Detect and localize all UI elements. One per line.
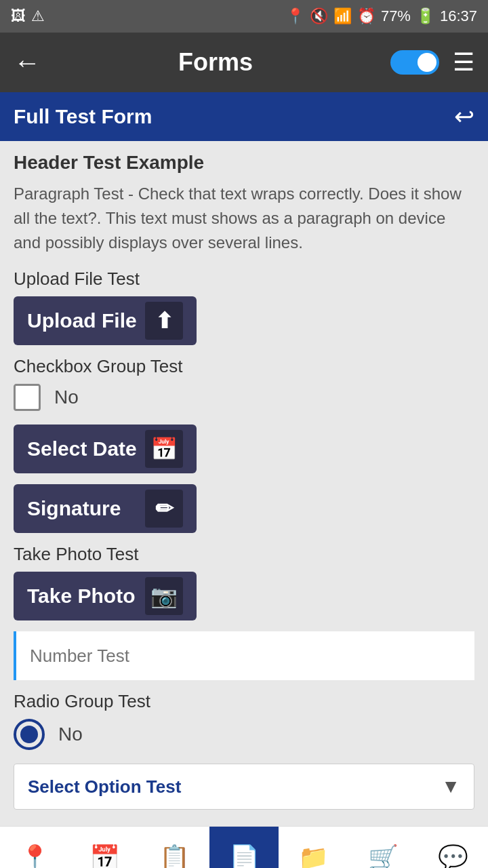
upload-file-label: Upload File Test bbox=[14, 269, 474, 290]
chevron-down-icon: ▼ bbox=[441, 776, 460, 797]
image-icon: 🖼 bbox=[11, 7, 26, 25]
alert-icon: ⚠ bbox=[31, 7, 45, 25]
status-left: 🖼 ⚠ bbox=[11, 7, 45, 25]
mute-icon: 🔇 bbox=[310, 7, 328, 25]
select-date-button-label: Select Date bbox=[27, 437, 137, 460]
nav-item-tasks[interactable]: 📋Tasks bbox=[140, 827, 209, 868]
take-photo-button-label: Take Photo bbox=[27, 585, 135, 608]
signature-button[interactable]: Signature ✏ bbox=[14, 484, 197, 533]
checkbox-group-label: Checkbox Group Test bbox=[14, 356, 474, 377]
calendar-check-icon: 📅 bbox=[145, 430, 183, 468]
header-right: ☰ bbox=[390, 48, 474, 77]
take-photo-label: Take Photo Test bbox=[14, 544, 474, 565]
form-header-text: Header Test Example bbox=[14, 152, 474, 174]
nav-item-sales[interactable]: 🛒Sales bbox=[348, 827, 418, 868]
form-title-bar: Full Test Form ↩ bbox=[0, 92, 488, 141]
nav-item-notifications[interactable]: 💬Notifications bbox=[418, 827, 488, 868]
nav-item-locations[interactable]: 📍Locations bbox=[0, 827, 70, 868]
wifi-icon: 📶 bbox=[333, 7, 352, 25]
radio-group-label: Radio Group Test bbox=[14, 691, 474, 712]
nav-icon-tasks: 📋 bbox=[159, 844, 190, 868]
battery-text: 77% bbox=[381, 7, 411, 25]
menu-button[interactable]: ☰ bbox=[453, 48, 474, 77]
undo-button[interactable]: ↩ bbox=[454, 102, 474, 131]
checkbox-no-label: No bbox=[54, 387, 79, 408]
nav-icon-content: 📁 bbox=[298, 844, 329, 868]
form-name: Full Test Form bbox=[14, 105, 152, 128]
pen-icon: ✏ bbox=[145, 490, 183, 528]
take-photo-button[interactable]: Take Photo 📷 bbox=[14, 572, 197, 620]
select-option-label: Select Option Test bbox=[28, 776, 181, 797]
bottom-nav: 📍Locations📅Calendar📋Tasks📄Forms📁Content🛒… bbox=[0, 826, 488, 868]
checkbox-no[interactable] bbox=[14, 384, 41, 411]
nav-icon-sales: 🛒 bbox=[368, 844, 399, 868]
back-button[interactable]: ← bbox=[14, 47, 41, 78]
radio-no[interactable] bbox=[14, 719, 45, 750]
nav-icon-notifications: 💬 bbox=[438, 844, 468, 868]
nav-item-calendar[interactable]: 📅Calendar bbox=[70, 827, 140, 868]
nav-icon-calendar: 📅 bbox=[89, 844, 120, 868]
app-header: ← Forms ☰ bbox=[0, 33, 488, 92]
alarm-icon: ⏰ bbox=[357, 7, 375, 25]
toggle-switch[interactable] bbox=[390, 50, 439, 75]
upload-file-button[interactable]: Upload File ⬆ bbox=[14, 296, 197, 345]
select-date-button[interactable]: Select Date 📅 bbox=[14, 425, 197, 473]
signature-button-label: Signature bbox=[27, 497, 121, 520]
nav-item-forms[interactable]: 📄Forms bbox=[209, 827, 279, 868]
upload-file-button-label: Upload File bbox=[27, 309, 137, 332]
number-input-wrap bbox=[14, 631, 474, 680]
nav-icon-forms: 📄 bbox=[229, 844, 260, 868]
radio-no-inner bbox=[20, 726, 38, 743]
nav-icon-locations: 📍 bbox=[20, 844, 50, 868]
app-title: Forms bbox=[178, 48, 253, 77]
form-content: Header Test Example Paragraph Test - Che… bbox=[0, 141, 488, 826]
clock: 16:37 bbox=[440, 7, 477, 25]
radio-no-label: No bbox=[58, 724, 83, 745]
select-option-test[interactable]: Select Option Test ▼ bbox=[14, 764, 474, 810]
checkbox-group: No bbox=[14, 384, 474, 411]
nav-item-content[interactable]: 📁Content bbox=[279, 827, 348, 868]
status-right: 📍 🔇 📶 ⏰ 77% 🔋 16:37 bbox=[286, 7, 477, 25]
number-input[interactable] bbox=[14, 631, 474, 680]
battery-icon: 🔋 bbox=[416, 7, 434, 25]
camera-icon: 📷 bbox=[145, 577, 183, 615]
radio-group: No bbox=[14, 719, 474, 750]
upload-icon: ⬆ bbox=[145, 302, 183, 340]
form-paragraph-text: Paragraph Test - Check that text wraps c… bbox=[14, 182, 474, 255]
status-bar: 🖼 ⚠ 📍 🔇 📶 ⏰ 77% 🔋 16:37 bbox=[0, 0, 488, 33]
location-status-icon: 📍 bbox=[286, 7, 304, 25]
